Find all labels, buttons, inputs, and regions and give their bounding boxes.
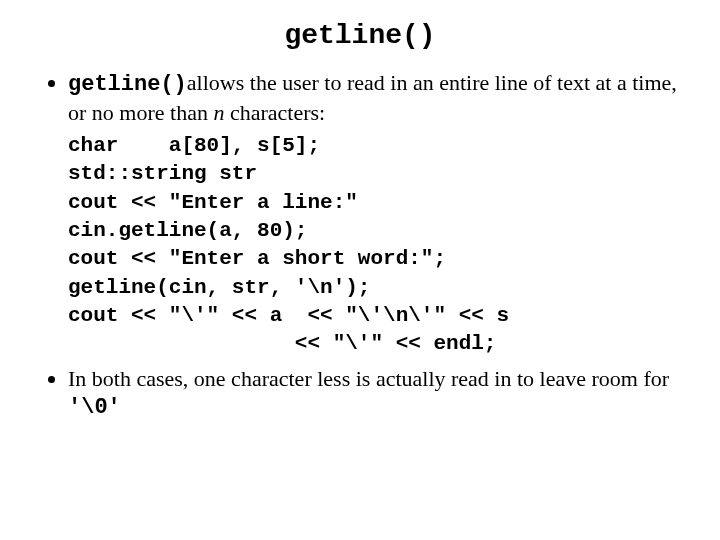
code-line-2: std::string str	[68, 162, 257, 185]
code-line-4: cin.getline(a, 80);	[68, 219, 307, 242]
code-inline-getline: getline()	[68, 72, 187, 97]
italic-n: n	[213, 100, 224, 125]
bullet-item-1: getline()allows the user to read in an e…	[68, 69, 680, 126]
code-line-1: char a[80], s[5];	[68, 134, 320, 157]
code-inline-null: '\0'	[68, 395, 121, 420]
bullet-item-2: In both cases, one character less is act…	[68, 365, 680, 422]
code-block: char a[80], s[5]; std::string str cout <…	[68, 132, 680, 359]
code-line-7: cout << "\'" << a << "\'\n\'" << s	[68, 304, 509, 327]
bullet-list: getline()allows the user to read in an e…	[40, 69, 680, 126]
page-title: getline()	[40, 20, 680, 51]
code-line-5: cout << "Enter a short word:";	[68, 247, 446, 270]
bullet1-text-b: characters:	[224, 100, 325, 125]
code-line-3: cout << "Enter a line:"	[68, 191, 358, 214]
bullet2-text: In both cases, one character less is act…	[68, 366, 669, 391]
code-line-6: getline(cin, str, '\n');	[68, 276, 370, 299]
bullet-list-2: In both cases, one character less is act…	[40, 365, 680, 422]
code-line-8: << "\'" << endl;	[68, 332, 496, 355]
